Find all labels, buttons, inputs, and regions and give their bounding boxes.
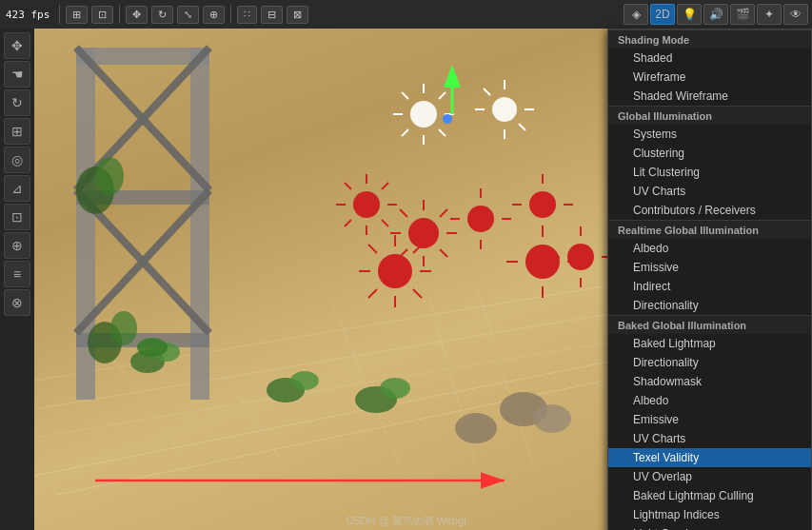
svg-point-32 [443, 114, 452, 124]
menu-item-directionality-baked[interactable]: Directionality [608, 353, 811, 372]
transform-btn[interactable]: ⊕ [203, 6, 225, 24]
svg-point-77 [525, 245, 560, 279]
baked-gi-header: Baked Global Illumination [608, 315, 811, 334]
menu-item-uv-charts-gi[interactable]: UV Charts [608, 182, 811, 201]
menu-item-contributors-receivers[interactable]: Contributors / Receivers [608, 201, 811, 220]
menu-item-emissive-realtime[interactable]: Emissive [608, 258, 811, 277]
tool-select[interactable]: ✥ [4, 32, 30, 59]
svg-point-68 [378, 254, 412, 288]
menu-item-directionality-realtime[interactable]: Directionality [608, 296, 811, 315]
svg-line-29 [439, 92, 446, 99]
svg-line-47 [345, 220, 351, 226]
svg-point-97 [110, 311, 137, 345]
snap-btn[interactable]: ∷ [237, 6, 257, 24]
shading-mode-header: Shading Mode [608, 29, 811, 49]
svg-line-74 [413, 289, 422, 298]
perspective-btn[interactable]: ⊡ [91, 6, 113, 24]
svg-line-26 [402, 92, 408, 99]
tool-select2[interactable]: ⊡ [4, 204, 30, 230]
top-right-toolbar: ◈ 2D 💡 🔊 🎬 ✦ 👁 [607, 0, 812, 29]
menu-item-wireframe[interactable]: Wireframe [608, 68, 811, 87]
menu-item-baked-lightmap-culling[interactable]: Baked Lightmap Culling [608, 486, 811, 505]
tool-box[interactable]: ⊞ [4, 118, 30, 145]
separator-1 [59, 5, 60, 24]
menu-item-texel-validity[interactable]: Texel Validity [608, 448, 811, 467]
svg-point-95 [95, 157, 124, 195]
menu-item-lit-clustering[interactable]: Lit Clustering [608, 163, 811, 182]
svg-line-38 [484, 88, 490, 95]
tool-camera[interactable]: ◎ [4, 147, 30, 173]
menu-item-clustering[interactable]: Clustering [608, 144, 811, 163]
fx-btn[interactable]: ✦ [757, 4, 782, 25]
2d-btn[interactable]: 2D [650, 4, 675, 25]
menu-item-shaded-wireframe[interactable]: Shaded Wireframe [608, 87, 811, 106]
fps-counter: 423 fps [6, 9, 50, 21]
scene-btn[interactable]: 🎬 [730, 4, 755, 25]
move-btn[interactable]: ✥ [126, 6, 148, 24]
tool-cross[interactable]: ⊗ [4, 289, 30, 316]
left-toolbar: ✥ ☚ ↻ ⊞ ◎ ⊿ ⊡ ⊕ ≡ ⊗ [0, 29, 34, 530]
menu-item-emissive-baked[interactable]: Emissive [608, 410, 811, 429]
menu-item-shaded[interactable]: Shaded [608, 49, 811, 68]
watermark: CSDN @ 菜鸟志晓 Webgl [346, 514, 465, 528]
tool-orbit[interactable]: ↻ [4, 89, 30, 116]
svg-line-48 [382, 183, 388, 189]
menu-item-albedo-realtime[interactable]: Albedo [608, 239, 811, 258]
tool-hand[interactable]: ☚ [4, 61, 30, 88]
layout-btn[interactable]: ⊞ [66, 6, 88, 24]
separator-3 [230, 5, 231, 24]
realtime-gi-header: Realtime Global Illumination [608, 220, 811, 239]
svg-rect-14 [76, 48, 209, 65]
svg-line-54 [400, 209, 407, 217]
svg-line-57 [440, 209, 447, 217]
scale-btn[interactable]: ⤡ [177, 6, 199, 24]
svg-point-33 [492, 97, 517, 122]
tool-lines[interactable]: ≡ [4, 261, 30, 287]
svg-point-63 [529, 191, 556, 218]
svg-point-93 [380, 378, 410, 399]
center-btn[interactable]: ⊠ [287, 6, 308, 24]
svg-line-45 [345, 183, 351, 189]
svg-line-27 [439, 129, 446, 136]
svg-line-39 [519, 124, 525, 130]
svg-point-21 [410, 101, 437, 128]
menu-item-indirect[interactable]: Indirect [608, 277, 811, 296]
svg-point-91 [290, 371, 319, 390]
menu-item-baked-lightmap[interactable]: Baked Lightmap [608, 334, 811, 353]
tool-pivot[interactable]: ⊕ [4, 232, 30, 259]
menu-item-uv-charts-baked[interactable]: UV Charts [608, 429, 811, 448]
menu-item-shadowmask[interactable]: Shadowmask [608, 372, 811, 391]
svg-point-58 [467, 206, 494, 232]
svg-point-82 [567, 244, 594, 270]
svg-line-46 [382, 220, 388, 226]
snap2-btn[interactable]: ⊟ [261, 6, 283, 24]
svg-point-99 [533, 404, 571, 433]
svg-line-73 [368, 245, 377, 253]
global-illumination-header: Global Illumination [608, 106, 811, 125]
lighting-btn[interactable]: 💡 [677, 4, 702, 25]
hidden-btn[interactable]: 👁 [783, 4, 808, 25]
svg-point-49 [408, 218, 439, 248]
tool-corner[interactable]: ⊿ [4, 175, 30, 202]
rotate-btn[interactable]: ↻ [151, 6, 173, 24]
svg-point-89 [137, 338, 168, 357]
menu-item-light-overlap[interactable]: ✓ Light Overlap [608, 524, 811, 530]
svg-line-55 [440, 249, 447, 257]
menu-item-systems[interactable]: Systems [608, 125, 811, 144]
svg-point-100 [455, 413, 497, 443]
menu-item-uv-overlap[interactable]: UV Overlap [608, 467, 811, 486]
svg-line-75 [368, 289, 377, 298]
audio-btn[interactable]: 🔊 [703, 4, 728, 25]
dropdown-menu: Shading Mode Shaded Wireframe Shaded Wir… [607, 29, 812, 530]
shading-btn[interactable]: ◈ [624, 4, 648, 25]
menu-item-lightmap-indices[interactable]: Lightmap Indices [608, 505, 811, 524]
separator-2 [119, 5, 120, 24]
svg-point-40 [353, 191, 380, 218]
menu-item-albedo-baked[interactable]: Albedo [608, 391, 811, 410]
svg-line-28 [402, 129, 408, 136]
